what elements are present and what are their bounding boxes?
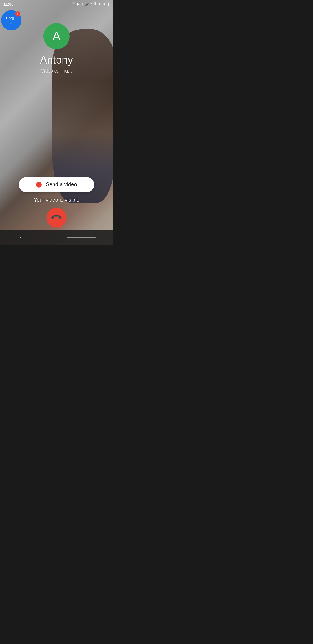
notification-badge: 1 bbox=[15, 11, 20, 17]
video-status-icon: ▶ bbox=[77, 2, 79, 6]
status-icons: ☰ ▶ ⊞ 🎤 • ⠿ ▲ ▲ ▮ bbox=[72, 2, 110, 6]
contact-section: A Antony Video calling... bbox=[0, 23, 113, 74]
navigation-bar: ‹ bbox=[0, 230, 113, 245]
back-button[interactable]: ‹ bbox=[17, 232, 24, 243]
signal-icon: ▲ bbox=[103, 2, 106, 6]
main-screen: 11:00 ☰ ▶ ⊞ 🎤 • ⠿ ▲ ▲ ▮ 1 Googl.. ≡ bbox=[0, 0, 113, 245]
dot-icon: • bbox=[91, 2, 92, 6]
send-video-label: Send a video bbox=[46, 182, 77, 188]
wifi-icon: ▲ bbox=[98, 2, 101, 6]
battery-icon: ▮ bbox=[108, 2, 110, 6]
call-status: Video calling... bbox=[41, 68, 72, 74]
status-bar: 11:00 ☰ ▶ ⊞ 🎤 • ⠿ ▲ ▲ ▮ bbox=[0, 0, 113, 8]
avatar-letter: A bbox=[52, 29, 61, 43]
notification-sub-icon: ≡ bbox=[10, 20, 12, 25]
contact-name: Antony bbox=[40, 54, 73, 66]
status-time: 11:00 bbox=[3, 2, 14, 6]
home-indicator[interactable] bbox=[67, 237, 96, 238]
vibrate-icon: ⠿ bbox=[94, 2, 96, 6]
notification-app-name: Googl.. bbox=[6, 16, 16, 20]
record-dot-icon bbox=[36, 182, 42, 188]
send-video-button[interactable]: Send a video bbox=[19, 177, 94, 192]
bottom-controls: Send a video Your video is visible 📞 bbox=[0, 177, 113, 227]
avatar: A bbox=[43, 23, 70, 49]
end-call-button[interactable]: 📞 bbox=[47, 208, 66, 227]
video-visible-text: Your video is visible bbox=[34, 197, 79, 203]
notification-bubble[interactable]: 1 Googl.. ≡ bbox=[1, 10, 21, 30]
end-call-icon: 📞 bbox=[50, 211, 63, 224]
gallery-icon: ⊞ bbox=[81, 2, 84, 6]
mic-icon: 🎤 bbox=[85, 2, 90, 6]
message-icon: ☰ bbox=[72, 2, 75, 6]
